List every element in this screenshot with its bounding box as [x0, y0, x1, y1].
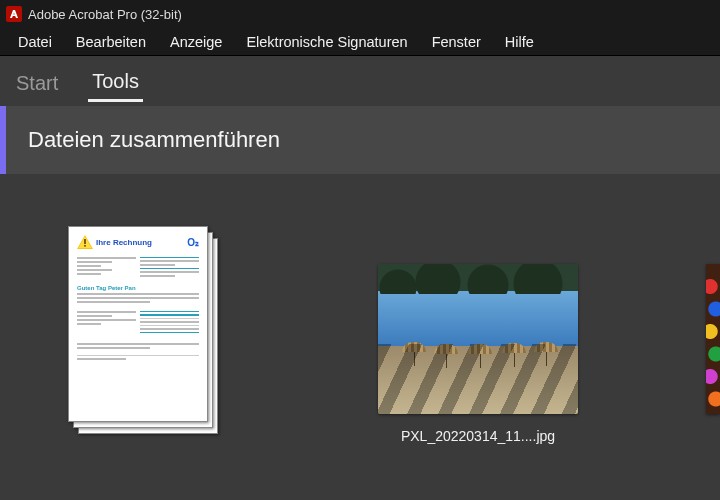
- warning-icon: [77, 235, 93, 249]
- tool-header: Dateien zusammenführen: [0, 106, 720, 174]
- tab-tools[interactable]: Tools: [88, 60, 143, 102]
- tool-title: Dateien zusammenführen: [28, 127, 280, 153]
- window-title: Adobe Acrobat Pro (32-bit): [28, 7, 182, 22]
- svg-rect-0: [6, 6, 22, 22]
- pdf-stack-icon: Ihre Rechnung O₂ Guten: [68, 226, 218, 434]
- accent-bar: [0, 106, 6, 174]
- menu-datei[interactable]: Datei: [6, 30, 64, 54]
- svg-rect-1: [84, 239, 86, 244]
- file-thumb-photo[interactable]: PXL_20220314_11....jpg: [378, 264, 578, 444]
- brand-logo: O₂: [187, 237, 199, 248]
- menu-hilfe[interactable]: Hilfe: [493, 30, 546, 54]
- acrobat-icon: [6, 6, 22, 22]
- doc-heading: Ihre Rechnung: [96, 238, 152, 247]
- titlebar: Adobe Acrobat Pro (32-bit): [0, 0, 720, 28]
- menu-anzeige[interactable]: Anzeige: [158, 30, 234, 54]
- file-thumb-partial[interactable]: [706, 264, 720, 414]
- menu-signaturen[interactable]: Elektronische Signaturen: [234, 30, 419, 54]
- tabbar: Start Tools: [0, 56, 720, 106]
- content-area: Ihre Rechnung O₂ Guten: [0, 174, 720, 500]
- menu-fenster[interactable]: Fenster: [420, 30, 493, 54]
- svg-rect-2: [84, 245, 86, 247]
- menu-bearbeiten[interactable]: Bearbeiten: [64, 30, 158, 54]
- photo-preview: [378, 264, 578, 414]
- doc-section: Guten Tag Peter Pan: [77, 285, 199, 291]
- file-thumb-pdf[interactable]: Ihre Rechnung O₂ Guten: [68, 226, 218, 434]
- tab-start[interactable]: Start: [12, 62, 62, 101]
- menubar: Datei Bearbeiten Anzeige Elektronische S…: [0, 28, 720, 56]
- file-caption: PXL_20220314_11....jpg: [401, 428, 555, 444]
